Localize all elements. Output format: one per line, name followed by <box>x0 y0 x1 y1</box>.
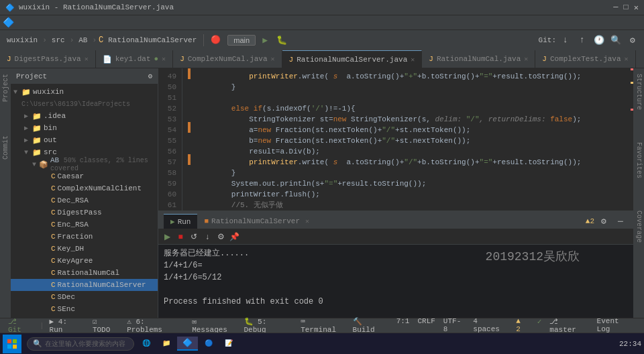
code-editor: 49 50 51 52 53 54 55 56 57 58 59 60 61 6… <box>158 68 633 211</box>
taskbar-item-ie[interactable]: 🌐 <box>137 337 156 351</box>
tab-icon: J <box>542 55 547 63</box>
status-warning[interactable]: ▲ 2 <box>513 317 531 334</box>
bottom-settings-icon[interactable]: ⚙ <box>596 214 611 229</box>
output-line-5: Process finished with exit code 0 <box>164 296 628 308</box>
sidebar-tab-project[interactable]: Project <box>1 71 11 105</box>
status-encoding[interactable]: UTF-8 <box>441 317 468 334</box>
tree-item-idea[interactable]: ▶ 📁 .idea <box>11 110 158 122</box>
debug-button[interactable]: 🐛 <box>274 33 289 48</box>
tree-item-bin[interactable]: ▶ 📁 bin <box>11 122 158 134</box>
sidebar-tab-favorites[interactable]: Favorites <box>634 139 644 181</box>
run-config-label[interactable]: main <box>227 35 256 46</box>
tab-complextest[interactable]: J ComplexTest.java ✕ <box>535 50 635 68</box>
tree-item-key-dh[interactable]: C Key_DH <box>11 243 158 255</box>
run-button[interactable]: ▶ <box>258 33 272 48</box>
status-git[interactable]: ⎇ Git <box>5 317 37 334</box>
tree-item-senc[interactable]: C SEnc <box>11 303 158 315</box>
title-text: wuxixin - RationalNumCalServer.java <box>19 3 174 11</box>
tree-item-out[interactable]: ▶ 📁 out <box>11 134 158 146</box>
tab-close-rationalnumcalserver[interactable]: ✕ <box>411 56 415 64</box>
main-area: Project Commit Project ⚙ ▼ 📁 wuxixin C:\… <box>0 68 644 318</box>
bottom-hide-icon[interactable]: ─ <box>613 214 628 229</box>
minimize-button[interactable]: ─ <box>613 3 618 13</box>
taskbar-search-placeholder[interactable]: 在这里输入你要搜索的内容 <box>45 339 125 349</box>
tab-key1dat[interactable]: 📄 key1.dat ● ✕ <box>96 50 173 68</box>
status-bar: ⎇ Git | ▶ 4: Run ☑ TODO ⚠ 6: Problems ✉ … <box>0 318 644 333</box>
search-everywhere-icon[interactable]: 🔍 <box>608 33 623 48</box>
tree-item-rationalnumcal[interactable]: C RationalNumCal <box>11 267 158 279</box>
project-panel-title: Project <box>16 72 47 80</box>
bottom-tab-config-label: RationalNumCalServer <box>211 217 300 225</box>
taskbar-item-chrome[interactable]: 🔵 <box>199 337 218 351</box>
side-panels-left: Project Commit <box>0 68 11 318</box>
run-stop-button[interactable]: ■ <box>174 231 186 243</box>
status-crlf[interactable]: CRLF <box>415 317 437 334</box>
tab-digestpass[interactable]: J DigestPass.java ✕ <box>0 50 96 68</box>
status-branch[interactable]: ⎇ master <box>547 317 591 334</box>
run-scroll-button[interactable]: ↓ <box>201 231 213 243</box>
settings-icon[interactable]: ⚙ <box>625 33 640 48</box>
tab-rationalnumcal[interactable]: J RationalNumCal.java ✕ <box>422 50 535 68</box>
run-play-button[interactable]: ▶ <box>161 231 173 243</box>
status-problems[interactable]: ⚠ 6: Problems <box>124 317 186 334</box>
tab-rationalnumcalserver[interactable]: J RationalNumCalServer.java ✕ <box>282 50 423 68</box>
bottom-tab-run[interactable]: ▶ Run <box>164 214 197 229</box>
tree-item-wuxixin[interactable]: ▼ 📁 wuxixin <box>11 86 158 98</box>
panel-settings-icon[interactable]: ⚙ <box>148 72 152 80</box>
tree-item-rationalnumcalserver[interactable]: C RationalNumCalServer <box>11 279 158 291</box>
tree-item-fraction[interactable]: C Fraction <box>11 231 158 243</box>
tree-item-sdec[interactable]: C SDec <box>11 291 158 303</box>
maximize-button[interactable]: □ <box>624 3 629 13</box>
code-line-50: } <box>196 82 623 93</box>
run-settings-button[interactable]: ⚙ <box>215 231 227 243</box>
close-button[interactable]: ✕ <box>634 3 639 13</box>
status-build[interactable]: 🔨 Build <box>350 317 391 334</box>
status-indent[interactable]: 4 spaces <box>470 317 511 334</box>
bottom-panel-controls: ▲2 ⚙ ─ <box>586 214 633 229</box>
tab-close-complextest[interactable]: ✕ <box>625 55 629 63</box>
status-checkmark[interactable]: ✓ <box>535 317 545 334</box>
start-button[interactable] <box>3 335 21 353</box>
taskbar-item-intellij[interactable]: 🔷 <box>177 337 198 351</box>
taskbar-item-explorer[interactable]: 📁 <box>157 337 176 351</box>
tab-close-complexnumcal[interactable]: ✕ <box>271 55 275 63</box>
tab-complexnumcal[interactable]: J ComplexNumCal.java ✕ <box>173 50 282 68</box>
git-push-icon[interactable]: ↑ <box>575 33 590 48</box>
taskbar-search-box[interactable]: 🔍 在这里输入你要搜索的内容 <box>27 337 134 351</box>
sidebar-tab-coverage[interactable]: Coverage <box>634 208 644 245</box>
sidebar-tab-structure[interactable]: Structure <box>634 71 644 113</box>
code-line-61: //5. 无似乎做 <box>196 200 623 211</box>
status-eventlog[interactable]: Event Log <box>594 317 639 334</box>
run-config-icon: ■ <box>204 217 209 225</box>
bottom-panel: ▶ Run ■ RationalNumCalServer ✕ ▲2 ⚙ ─ ▶ … <box>158 211 633 318</box>
tree-item-digestpass[interactable]: C DigestPass <box>11 206 158 219</box>
bottom-tab-rationalnumcalserver[interactable]: ■ RationalNumCalServer ✕ <box>197 214 316 229</box>
tree-item-ab[interactable]: ▼ 📦 AB 50% classes, 2% lines covered <box>11 158 158 170</box>
status-messages[interactable]: ✉ Messages <box>189 317 238 334</box>
status-terminal[interactable]: ⌨ Terminal <box>298 317 347 334</box>
tree-item-keyagree[interactable]: C KeyAgree <box>11 255 158 267</box>
tree-item-dec-rsa[interactable]: C Dec_RSA <box>11 194 158 206</box>
git-update-icon[interactable]: ↓ <box>558 33 573 48</box>
tab-icon: J <box>180 55 184 63</box>
bottom-tab-close[interactable]: ✕ <box>305 217 309 225</box>
tab-close-key1dat[interactable]: ✕ <box>162 55 166 63</box>
tab-close-digestpass[interactable]: ✕ <box>85 55 89 63</box>
tab-close-rationalnumcal[interactable]: ✕ <box>524 55 528 63</box>
run-config-dropdown[interactable]: 🔴 <box>208 33 223 48</box>
run-rerun-button[interactable]: ↺ <box>188 231 200 243</box>
code-line-59: System.out.println(s+ "=" +result.toStri… <box>196 178 623 189</box>
taskbar-item-word[interactable]: 📝 <box>219 337 238 351</box>
code-line-60: printWriter.flush(); <box>196 189 623 200</box>
code-line-56: result=a.Div(b); <box>196 146 623 157</box>
sidebar-tab-commit[interactable]: Commit <box>1 133 11 162</box>
run-pin-button[interactable]: 📌 <box>228 231 240 243</box>
tree-item-complexnumcalclient[interactable]: C ComplexNumCalClient <box>11 182 158 194</box>
status-position[interactable]: 7:1 <box>394 317 413 334</box>
status-debug[interactable]: 🐛 5: Debug <box>241 317 296 334</box>
code-content[interactable]: printWriter .write( s a.toString()+ "+" … <box>191 68 628 211</box>
status-run[interactable]: ▶ 4: Run <box>47 317 87 334</box>
tree-item-enc-rsa[interactable]: C Enc_RSA <box>11 219 158 231</box>
status-todo[interactable]: ☑ TODO <box>90 317 121 334</box>
git-history-icon[interactable]: 🕐 <box>592 33 606 48</box>
